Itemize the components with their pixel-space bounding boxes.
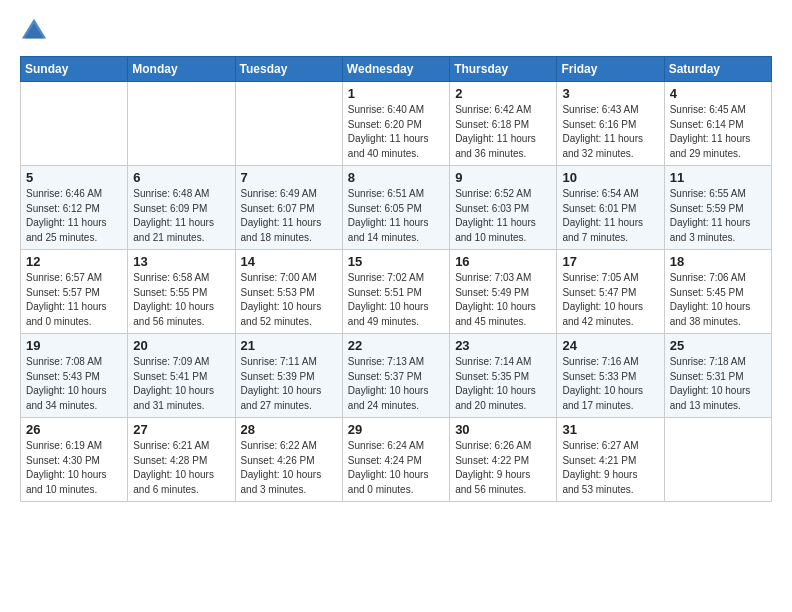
day-info: Sunrise: 6:45 AM Sunset: 6:14 PM Dayligh… [670,103,766,161]
day-info: Sunrise: 6:51 AM Sunset: 6:05 PM Dayligh… [348,187,444,245]
day-number: 13 [133,254,229,269]
day-info: Sunrise: 6:19 AM Sunset: 4:30 PM Dayligh… [26,439,122,497]
day-info: Sunrise: 7:13 AM Sunset: 5:37 PM Dayligh… [348,355,444,413]
day-info: Sunrise: 6:40 AM Sunset: 6:20 PM Dayligh… [348,103,444,161]
day-cell [664,418,771,502]
day-number: 8 [348,170,444,185]
week-row-4: 19Sunrise: 7:08 AM Sunset: 5:43 PM Dayli… [21,334,772,418]
day-number: 30 [455,422,551,437]
week-row-2: 5Sunrise: 6:46 AM Sunset: 6:12 PM Daylig… [21,166,772,250]
day-info: Sunrise: 6:58 AM Sunset: 5:55 PM Dayligh… [133,271,229,329]
weekday-header-thursday: Thursday [450,57,557,82]
day-cell: 4Sunrise: 6:45 AM Sunset: 6:14 PM Daylig… [664,82,771,166]
day-info: Sunrise: 7:14 AM Sunset: 5:35 PM Dayligh… [455,355,551,413]
week-row-1: 1Sunrise: 6:40 AM Sunset: 6:20 PM Daylig… [21,82,772,166]
day-cell: 11Sunrise: 6:55 AM Sunset: 5:59 PM Dayli… [664,166,771,250]
day-number: 24 [562,338,658,353]
day-info: Sunrise: 6:42 AM Sunset: 6:18 PM Dayligh… [455,103,551,161]
day-cell: 19Sunrise: 7:08 AM Sunset: 5:43 PM Dayli… [21,334,128,418]
day-cell: 5Sunrise: 6:46 AM Sunset: 6:12 PM Daylig… [21,166,128,250]
day-info: Sunrise: 7:05 AM Sunset: 5:47 PM Dayligh… [562,271,658,329]
day-info: Sunrise: 7:11 AM Sunset: 5:39 PM Dayligh… [241,355,337,413]
day-cell: 22Sunrise: 7:13 AM Sunset: 5:37 PM Dayli… [342,334,449,418]
day-cell [21,82,128,166]
day-cell: 6Sunrise: 6:48 AM Sunset: 6:09 PM Daylig… [128,166,235,250]
weekday-header-sunday: Sunday [21,57,128,82]
day-number: 22 [348,338,444,353]
day-info: Sunrise: 7:00 AM Sunset: 5:53 PM Dayligh… [241,271,337,329]
day-number: 6 [133,170,229,185]
day-number: 18 [670,254,766,269]
day-number: 20 [133,338,229,353]
day-cell: 29Sunrise: 6:24 AM Sunset: 4:24 PM Dayli… [342,418,449,502]
day-info: Sunrise: 7:06 AM Sunset: 5:45 PM Dayligh… [670,271,766,329]
day-cell: 25Sunrise: 7:18 AM Sunset: 5:31 PM Dayli… [664,334,771,418]
weekday-header-saturday: Saturday [664,57,771,82]
logo-icon [20,16,48,44]
day-number: 27 [133,422,229,437]
day-number: 17 [562,254,658,269]
day-number: 25 [670,338,766,353]
day-number: 26 [26,422,122,437]
day-info: Sunrise: 6:48 AM Sunset: 6:09 PM Dayligh… [133,187,229,245]
day-cell: 2Sunrise: 6:42 AM Sunset: 6:18 PM Daylig… [450,82,557,166]
day-info: Sunrise: 6:55 AM Sunset: 5:59 PM Dayligh… [670,187,766,245]
day-cell: 16Sunrise: 7:03 AM Sunset: 5:49 PM Dayli… [450,250,557,334]
logo [20,16,50,44]
day-cell: 14Sunrise: 7:00 AM Sunset: 5:53 PM Dayli… [235,250,342,334]
day-info: Sunrise: 7:03 AM Sunset: 5:49 PM Dayligh… [455,271,551,329]
day-info: Sunrise: 7:18 AM Sunset: 5:31 PM Dayligh… [670,355,766,413]
day-number: 19 [26,338,122,353]
day-cell: 13Sunrise: 6:58 AM Sunset: 5:55 PM Dayli… [128,250,235,334]
day-info: Sunrise: 7:08 AM Sunset: 5:43 PM Dayligh… [26,355,122,413]
day-number: 7 [241,170,337,185]
day-number: 3 [562,86,658,101]
day-info: Sunrise: 6:54 AM Sunset: 6:01 PM Dayligh… [562,187,658,245]
day-number: 11 [670,170,766,185]
day-cell: 21Sunrise: 7:11 AM Sunset: 5:39 PM Dayli… [235,334,342,418]
week-row-3: 12Sunrise: 6:57 AM Sunset: 5:57 PM Dayli… [21,250,772,334]
day-number: 9 [455,170,551,185]
weekday-header-row: SundayMondayTuesdayWednesdayThursdayFrid… [21,57,772,82]
day-number: 10 [562,170,658,185]
day-info: Sunrise: 6:22 AM Sunset: 4:26 PM Dayligh… [241,439,337,497]
day-cell: 8Sunrise: 6:51 AM Sunset: 6:05 PM Daylig… [342,166,449,250]
day-cell: 27Sunrise: 6:21 AM Sunset: 4:28 PM Dayli… [128,418,235,502]
day-info: Sunrise: 7:02 AM Sunset: 5:51 PM Dayligh… [348,271,444,329]
day-info: Sunrise: 6:57 AM Sunset: 5:57 PM Dayligh… [26,271,122,329]
day-cell: 15Sunrise: 7:02 AM Sunset: 5:51 PM Dayli… [342,250,449,334]
day-cell: 12Sunrise: 6:57 AM Sunset: 5:57 PM Dayli… [21,250,128,334]
day-number: 23 [455,338,551,353]
day-cell [128,82,235,166]
day-number: 21 [241,338,337,353]
day-cell: 7Sunrise: 6:49 AM Sunset: 6:07 PM Daylig… [235,166,342,250]
day-number: 4 [670,86,766,101]
day-cell [235,82,342,166]
day-info: Sunrise: 6:52 AM Sunset: 6:03 PM Dayligh… [455,187,551,245]
day-info: Sunrise: 6:49 AM Sunset: 6:07 PM Dayligh… [241,187,337,245]
weekday-header-monday: Monday [128,57,235,82]
calendar-table: SundayMondayTuesdayWednesdayThursdayFrid… [20,56,772,502]
day-cell: 31Sunrise: 6:27 AM Sunset: 4:21 PM Dayli… [557,418,664,502]
day-number: 28 [241,422,337,437]
day-number: 31 [562,422,658,437]
day-cell: 1Sunrise: 6:40 AM Sunset: 6:20 PM Daylig… [342,82,449,166]
day-number: 2 [455,86,551,101]
day-info: Sunrise: 6:27 AM Sunset: 4:21 PM Dayligh… [562,439,658,497]
day-cell: 20Sunrise: 7:09 AM Sunset: 5:41 PM Dayli… [128,334,235,418]
day-cell: 18Sunrise: 7:06 AM Sunset: 5:45 PM Dayli… [664,250,771,334]
day-info: Sunrise: 6:21 AM Sunset: 4:28 PM Dayligh… [133,439,229,497]
weekday-header-wednesday: Wednesday [342,57,449,82]
weekday-header-friday: Friday [557,57,664,82]
day-info: Sunrise: 6:26 AM Sunset: 4:22 PM Dayligh… [455,439,551,497]
week-row-5: 26Sunrise: 6:19 AM Sunset: 4:30 PM Dayli… [21,418,772,502]
day-cell: 30Sunrise: 6:26 AM Sunset: 4:22 PM Dayli… [450,418,557,502]
day-cell: 9Sunrise: 6:52 AM Sunset: 6:03 PM Daylig… [450,166,557,250]
day-cell: 17Sunrise: 7:05 AM Sunset: 5:47 PM Dayli… [557,250,664,334]
day-number: 16 [455,254,551,269]
weekday-header-tuesday: Tuesday [235,57,342,82]
day-cell: 28Sunrise: 6:22 AM Sunset: 4:26 PM Dayli… [235,418,342,502]
day-number: 12 [26,254,122,269]
day-number: 14 [241,254,337,269]
day-cell: 24Sunrise: 7:16 AM Sunset: 5:33 PM Dayli… [557,334,664,418]
